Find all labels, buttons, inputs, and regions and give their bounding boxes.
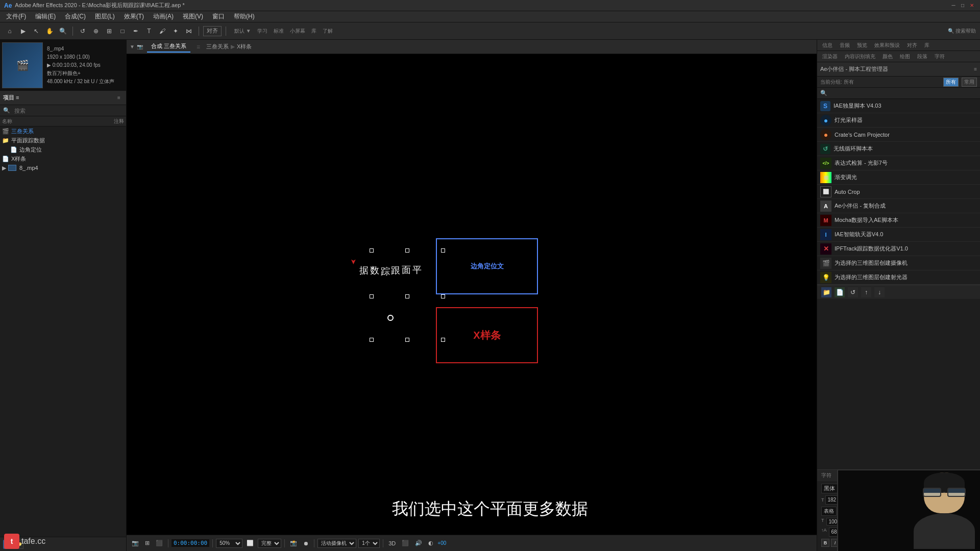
track-point-7 [370,338,374,342]
toolbar-hand-btn[interactable]: ✋ [44,26,55,37]
breadcrumb-root[interactable]: 三叁关系 [206,43,229,51]
file-item-comp[interactable]: 🎬 三叁关系 [0,127,126,136]
script-item-copy-comp[interactable]: A Ae小伴侣 - 复制合成 [817,199,980,213]
file-icon-comp: 🎬 [2,128,9,135]
tab-color[interactable]: 颜色 [879,53,896,60]
file-item-folder[interactable]: 📁 平面跟踪数据 [0,136,126,145]
tab-align[interactable]: 对齐 [904,42,920,49]
script-item-mocha[interactable]: M Mocha数据导入AE脚本本 [817,213,980,228]
vc-audio-btn[interactable]: 🔊 [413,538,424,549]
toolbar-zoom-btn[interactable]: 🔍 [57,26,68,37]
script-refresh-btn[interactable]: ↺ [848,287,858,297]
preview-filename: 8_.mp4 [47,45,114,53]
menu-file[interactable]: 文件(F) [2,11,30,22]
tab-renderer[interactable]: 渲染器 [819,53,841,60]
tab-content-fill[interactable]: 内容识别填充 [842,53,878,60]
vc-preview-btn[interactable]: ⏺ [301,538,311,549]
tab-info[interactable]: 信息 [819,42,836,49]
right-tabs-row2: 渲染器 内容识别填充 颜色 绘图 段落 字符 [817,51,980,62]
script-item-crate[interactable]: ● Crate's Cam Projector [817,128,980,142]
vc-snapshot2-btn[interactable]: 📸 [288,538,299,549]
script-item-loop[interactable]: ↺ 无线循环脚本本 [817,142,980,156]
tab-char[interactable]: 字符 [932,53,948,60]
menu-view[interactable]: 视图(V) [179,11,207,22]
toolbar-anchor-btn[interactable]: ⊕ [90,26,102,37]
tab-preview[interactable]: 预览 [854,42,870,49]
breadcrumb-child[interactable]: X样条 [237,43,252,51]
toolbar-stamp-btn[interactable]: ✦ [170,26,181,37]
project-search-input[interactable] [12,106,124,115]
filter-common-btn[interactable]: 常用 [962,78,977,87]
menu-window[interactable]: 窗口 [208,11,229,22]
script-icon-expr: </> [820,158,831,169]
script-item-ipftrack[interactable]: ✕ IPFTrack跟踪数据优化器V1.0 [817,242,980,256]
toolbar-rect-btn[interactable]: □ [117,26,128,37]
script-item-expr[interactable]: </> 表达式检算 - 光影7号 [817,156,980,170]
window-controls: ─ □ ✕ [949,2,976,10]
toolbar-rotate-btn[interactable]: ↺ [77,26,88,37]
script-item-3d-light[interactable]: 💡 为选择的三维图层创建射光器 [817,270,980,285]
script-item-gradient[interactable]: ▦ 渐变调光 [817,170,980,185]
script-file-btn[interactable]: 📄 [835,287,845,297]
vc-zoom-select[interactable]: 50%100%25% [216,539,242,548]
vc-view-count[interactable]: 1个 [358,539,380,548]
toolbar-text-btn[interactable]: T [143,26,155,37]
script-item-light[interactable]: ● 灯光采样器 [817,113,980,128]
filter-all-btn[interactable]: 所有 [943,78,959,87]
toolbar-move-btn[interactable]: ⊞ [104,26,115,37]
file-item-corner[interactable]: 📄 边角定位 [0,145,126,154]
project-header: 项目 ≡ ≡ [0,91,126,105]
bold-btn[interactable]: B [821,539,829,547]
file-item-xspline[interactable]: 📄 X样条 [0,154,126,163]
vc-render-btn[interactable]: ⬛ [400,538,411,549]
vc-motion-blur-btn[interactable]: ◐ [426,538,435,549]
tab-draw[interactable]: 绘图 [897,53,913,60]
script-menu-btn[interactable]: ≡ [974,66,977,72]
menu-edit[interactable]: 编辑(E) [31,11,60,22]
menu-comp[interactable]: 合成(C) [61,11,90,22]
tab-paragraph[interactable]: 段落 [914,53,930,60]
script-down-btn[interactable]: ↓ [874,287,885,297]
script-item-iae-track[interactable]: I IAE智能轨天器V4.0 [817,228,980,242]
script-up-btn[interactable]: ↑ [861,287,871,297]
project-menu-btn[interactable]: ≡ [115,94,123,102]
close-button[interactable]: ✕ [968,2,976,10]
minimize-button[interactable]: ─ [949,2,958,10]
toolbar-sep-3 [226,27,226,36]
toolbar-puppet-btn[interactable]: ⋈ [183,26,194,37]
comp-tab-main[interactable]: 合成 三叁关系 [147,41,190,53]
vc-quality-select[interactable]: 完整一半 [258,539,281,548]
vc-fit-btn[interactable]: ⬜ [244,538,256,549]
maximize-button[interactable]: □ [959,2,967,10]
vc-magnify-btn[interactable]: ⬛ [154,538,165,549]
tab-audio[interactable]: 音频 [837,42,853,49]
toolbar-cursor-btn[interactable]: ↖ [31,26,42,37]
menu-effect[interactable]: 效果(T) [120,11,148,22]
toolbar-play-btn[interactable]: ▶ [17,26,29,37]
vc-3d-btn[interactable]: 3D [386,538,398,549]
menu-layer[interactable]: 图层(L) [91,11,119,22]
menu-help[interactable]: 帮助(H) [230,11,259,22]
vc-snapshot-btn[interactable]: 📷 [130,538,141,549]
script-icon-light: ● [820,115,831,126]
script-item-autocrop[interactable]: ⬜ Auto Crop [817,185,980,199]
script-folder-btn[interactable]: 📁 [821,287,831,297]
vc-grid-btn[interactable]: ⊞ [143,538,152,549]
left-panel: 🎬 8_.mp4 980 x 551 (1.00) ▶ 0:00:10:03… [0,40,127,551]
toolbar-brush-btn[interactable]: 🖌 [157,26,168,37]
menu-animation[interactable]: 动画(A) [149,11,178,22]
script-name-ipftrack: IPFTrack跟踪数据优化器V1.0 [835,245,977,253]
toolbar-small-screen-label: 小屏幕 [290,28,305,35]
script-search-input[interactable] [829,90,977,96]
script-item-3d-cam[interactable]: 🎬 为选择的三维图层创建摄像机 [817,256,980,270]
tab-library[interactable]: 库 [921,42,933,49]
vc-camera-select[interactable]: 活动摄像机 [317,539,356,548]
script-item-iae[interactable]: S IAE独显脚本 V4.03 [817,99,980,113]
tab-effects[interactable]: 效果和预设 [871,42,903,49]
toolbar-align-label: 对齐 [203,26,222,36]
script-icon-loop: ↺ [820,144,830,154]
file-item-video[interactable]: ▶ 8_.mp4 [0,163,126,172]
toolbar-pen-btn[interactable]: ✒ [130,26,141,37]
webcam-overlay [837,469,980,551]
toolbar-home-btn[interactable]: ⌂ [4,26,15,37]
